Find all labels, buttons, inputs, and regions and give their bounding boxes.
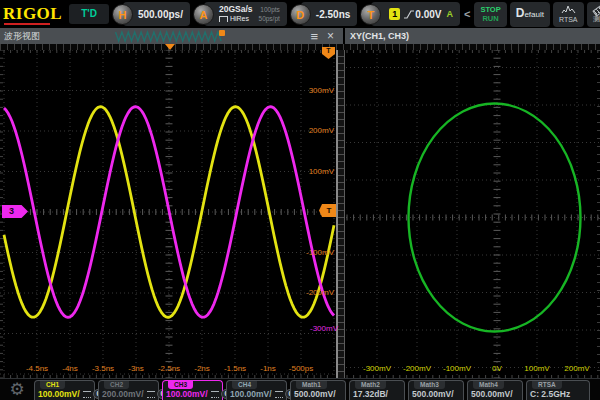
waveform-window-title: 波形视图 xyxy=(4,30,40,43)
rtsa-box-scale: C: 2.5GHz xyxy=(530,389,587,399)
xy-window-titlebar[interactable]: XY(CH1, CH3) xyxy=(345,28,600,44)
horizontal-position-preview[interactable] xyxy=(115,29,229,43)
trigger-knob-button[interactable]: T xyxy=(360,4,381,25)
xy-ch1-axis-label: 100mV xyxy=(520,364,554,373)
channel-box-ch4[interactable]: CH4100.00mV/0 xyxy=(226,380,287,400)
acquisition-box[interactable]: 20GSa/s HiRes 100pts 50ps/pt xyxy=(204,2,287,26)
default-button[interactable]: Default xyxy=(510,2,550,27)
voltage-axis-label: 300mV xyxy=(302,86,334,95)
window-menu-icon[interactable]: ≡ xyxy=(303,30,325,43)
time-axis-label: -1.5ns xyxy=(219,364,251,373)
stop-run-button[interactable]: STOP RUN xyxy=(474,2,506,27)
channel-box-ch2-tab: CH2 xyxy=(104,381,129,389)
xy-ch1-axis-label: 200mV xyxy=(560,364,594,373)
math-box-math1-scale: 500.00mV/ xyxy=(294,389,343,399)
channel-box-ch2-scale: 200.00mV/0 xyxy=(102,389,156,399)
channel-box-ch1-tab: CH1 xyxy=(40,381,65,389)
math-box-math2-tab: Math2 xyxy=(355,381,386,389)
math-box-math3[interactable]: Math3500.00mV/ xyxy=(408,380,464,400)
timebase-box[interactable]: 500.00ps/ xyxy=(123,2,190,26)
rtsa-label: RTSA xyxy=(559,15,578,24)
time-axis-label: -4.5ns xyxy=(21,364,53,373)
channel-box-ch1-scale: 100.00mV/0 xyxy=(38,389,92,399)
time-axis-label: -3ns xyxy=(120,364,152,373)
channel-box-ch2[interactable]: CH2200.00mV/0 xyxy=(98,380,159,400)
trigger-status-badge: T'D xyxy=(69,4,109,24)
preview-window-handle[interactable] xyxy=(219,30,225,36)
dc-coupling-icon xyxy=(147,391,155,398)
voltage-axis-label: 100mV xyxy=(302,167,334,176)
xy-window-title: XY(CH1, CH3) xyxy=(350,31,409,41)
channel-box-ch3-tab: CH3 xyxy=(168,381,193,389)
rigol-logo: RIGOL xyxy=(3,4,66,24)
stop-label: STOP xyxy=(480,5,500,14)
trigger-box[interactable]: 1 0.00V A xyxy=(371,2,460,26)
rtsa-box[interactable]: RTSAC: 2.5GHz xyxy=(526,380,590,400)
acquisition-group: A 20GSa/s HiRes 100pts 50ps/pt xyxy=(193,2,287,26)
voltage-axis-label: -100mV xyxy=(302,248,334,257)
time-axis-label: -2.5ns xyxy=(153,364,185,373)
time-axis-label: -1ns xyxy=(252,364,284,373)
trigger-level-marker[interactable]: T xyxy=(319,204,336,217)
default-label: Default xyxy=(516,9,544,19)
toolbar-collapse-chevron[interactable]: < xyxy=(463,8,471,20)
dc-coupling-icon xyxy=(275,391,283,398)
xy-ch1-axis-label: 0V xyxy=(480,364,514,373)
trigger-group: T 1 0.00V A xyxy=(360,2,460,26)
trigger-sweep-auto: A xyxy=(446,9,453,19)
oscilloscope-screen: RIGOL T'D H 500.00ps/ A 20GSa/s HiRes 10… xyxy=(0,0,600,400)
voltage-axis-label: 200mV xyxy=(302,126,334,135)
math-box-math4-tab: Math4 xyxy=(473,381,504,389)
bottom-status-bar: ⚙ CH1100.00mV/0CH2200.00mV/0CH3100.00mV/… xyxy=(0,378,600,400)
trigger-level-value: 0.00V xyxy=(415,9,441,20)
math-box-math4-scale: 500.00mV/ xyxy=(471,389,520,399)
delay-value: -2.50ns xyxy=(316,9,350,20)
dc-coupling-icon xyxy=(211,391,219,398)
top-toolbar: RIGOL T'D H 500.00ps/ A 20GSa/s HiRes 10… xyxy=(0,0,600,28)
acquire-knob-button[interactable]: A xyxy=(193,4,214,25)
acq-mode: HiRes xyxy=(219,14,253,23)
math-box-math2-scale: 17.32dB/ xyxy=(353,389,402,399)
dc-coupling-icon xyxy=(83,391,91,398)
voltage-axis-label: -200mV xyxy=(302,288,334,297)
channel-box-ch3-scale: 100.00mV/0 xyxy=(166,389,220,399)
math-box-math1-tab: Math1 xyxy=(296,381,327,389)
settings-gear-icon[interactable]: ⚙ xyxy=(3,380,31,400)
time-axis-label: -4ns xyxy=(54,364,86,373)
horizontal-group: H 500.00ps/ xyxy=(112,2,190,26)
xy-ch1-axis-label: -200mV xyxy=(400,364,434,373)
channel-box-ch4-tab: CH4 xyxy=(232,381,257,389)
time-axis-label: -500ps xyxy=(285,364,317,373)
channel-boxes: CH1100.00mV/0CH2200.00mV/0CH3100.00mV/0C… xyxy=(34,380,590,400)
xy-grid xyxy=(346,50,600,378)
window-close-icon[interactable]: × xyxy=(325,30,339,42)
channel-box-ch4-scale: 100.00mV/0 xyxy=(230,389,284,399)
square-wave-icon xyxy=(219,16,228,22)
memory-depth: 100pts xyxy=(260,5,280,14)
math-box-math4[interactable]: Math4500.00mV/ xyxy=(467,380,523,400)
math-box-math2[interactable]: Math217.32dB/ xyxy=(349,380,405,400)
timebase-value: 500.00ps/ xyxy=(138,9,183,20)
time-axis-label: -2ns xyxy=(186,364,218,373)
time-axis-label: -3.5ns xyxy=(87,364,119,373)
sample-rate-column: 20GSa/s HiRes xyxy=(219,5,253,23)
rtsa-button[interactable]: RTSA xyxy=(553,2,584,27)
channel-box-ch3[interactable]: CH3100.00mV/0 xyxy=(162,380,223,400)
waveform-grid xyxy=(0,50,337,378)
sample-rate: 20GSa/s xyxy=(219,5,253,14)
xy-ch3-axis-label: -300mV xyxy=(302,324,338,333)
memory-column: 100pts 50ps/pt xyxy=(259,5,280,23)
delay-group: D -2.50ns xyxy=(290,2,357,26)
math-box-math1[interactable]: Math1500.00mV/ xyxy=(290,380,346,400)
trigger-source-badge: 1 xyxy=(389,8,400,20)
rising-edge-icon xyxy=(403,9,415,20)
sample-interval: 50ps/pt xyxy=(259,14,280,23)
channel-box-ch1[interactable]: CH1100.00mV/0 xyxy=(34,380,95,400)
delay-knob-button[interactable]: D xyxy=(290,4,311,25)
run-label: RUN xyxy=(482,14,498,23)
xy-ch1-axis-label: -300mV xyxy=(360,364,394,373)
rtsa-box-tab: RTSA xyxy=(532,381,562,389)
horizontal-knob-button[interactable]: H xyxy=(112,4,133,25)
measure-button[interactable]: 测量 xyxy=(587,2,600,27)
waveform-window-titlebar[interactable]: 波形视图 ≡ × xyxy=(0,28,343,44)
